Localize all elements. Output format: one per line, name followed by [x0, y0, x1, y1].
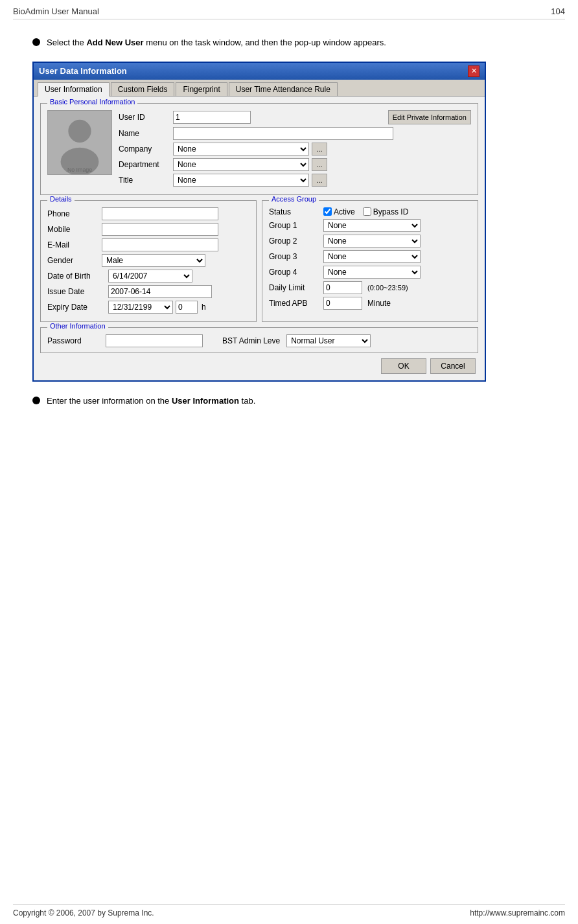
- dialog-close-button[interactable]: ✕: [468, 65, 480, 77]
- other-info-section: Other Information Password BST Admin Lev…: [40, 327, 478, 353]
- userid-input[interactable]: [173, 111, 251, 124]
- active-checkbox-label[interactable]: Active: [323, 207, 355, 216]
- group2-label: Group 2: [269, 237, 321, 246]
- group4-select[interactable]: None: [323, 266, 421, 279]
- daily-limit-row: Daily Limit (0:00~23:59): [269, 281, 471, 294]
- expiry-h-label: h: [202, 303, 206, 312]
- footer-bar: Copyright © 2006, 2007 by Suprema Inc. h…: [13, 904, 565, 918]
- phone-input[interactable]: [102, 207, 218, 220]
- company-row: Company None ...: [119, 143, 471, 156]
- bullet1-bold: Add New User: [86, 38, 143, 47]
- phone-label: Phone: [47, 209, 99, 218]
- bullet-dot-1: [32, 38, 40, 46]
- bst-select[interactable]: Normal User Admin: [286, 334, 371, 347]
- status-label: Status: [269, 207, 321, 216]
- basic-personal-fields: User ID Edit Private Information Name: [119, 110, 471, 189]
- email-row: E-Mail: [47, 238, 249, 251]
- gender-row: Gender Male Female: [47, 254, 249, 267]
- header-page: 104: [551, 6, 565, 16]
- bullet2-after: tab.: [239, 396, 255, 406]
- tab-user-information[interactable]: User Information: [38, 82, 110, 97]
- dob-label: Date of Birth: [47, 271, 106, 281]
- department-label: Department: [119, 160, 170, 169]
- email-input[interactable]: [102, 238, 218, 251]
- group3-select[interactable]: None: [323, 250, 421, 263]
- dob-select[interactable]: 6/14/2007: [108, 270, 192, 283]
- department-browse-button[interactable]: ...: [312, 158, 327, 171]
- ok-button[interactable]: OK: [381, 358, 426, 374]
- timed-apb-input[interactable]: [323, 297, 362, 310]
- department-select[interactable]: None: [173, 158, 309, 171]
- daily-limit-input[interactable]: [323, 281, 362, 294]
- company-label: Company: [119, 144, 170, 154]
- details-label: Details: [47, 195, 75, 203]
- name-input[interactable]: [173, 127, 393, 140]
- footer-url: http://www.supremainc.com: [470, 908, 565, 918]
- bullet-item-1: Select the Add New User menu on the task…: [32, 36, 546, 50]
- tab-fingerprint[interactable]: Fingerprint: [176, 82, 227, 96]
- header-title: BioAdmin User Manual: [13, 6, 99, 16]
- userid-row: User ID Edit Private Information: [119, 110, 471, 124]
- issue-date-row: Issue Date: [47, 285, 249, 298]
- company-browse-button[interactable]: ...: [312, 143, 327, 156]
- other-info-fields: Password BST Admin Leve Normal User Admi…: [47, 334, 471, 347]
- bullet2-before: Enter the user information on the: [47, 396, 172, 406]
- daily-limit-range: (0:00~23:59): [367, 284, 408, 292]
- issue-date-input[interactable]: [108, 285, 212, 298]
- details-section: Details Phone Mobile E-Mail: [40, 200, 257, 322]
- status-row: Status Active Bypass ID: [269, 207, 471, 216]
- access-group-label: Access Group: [269, 195, 319, 203]
- header-bar: BioAdmin User Manual 104: [13, 6, 565, 19]
- basic-personal-section: Basic Personal Information: [40, 103, 478, 195]
- title-select[interactable]: None: [173, 174, 309, 187]
- bypass-label: Bypass ID: [373, 207, 409, 216]
- mobile-input[interactable]: [102, 223, 218, 236]
- department-row: Department None ...: [119, 158, 471, 171]
- mobile-row: Mobile: [47, 223, 249, 236]
- expiry-date-label: Expiry Date: [47, 303, 106, 312]
- group2-row: Group 2 None: [269, 235, 471, 248]
- group1-label: Group 1: [269, 221, 321, 230]
- group2-select[interactable]: None: [323, 235, 421, 248]
- active-checkbox[interactable]: [323, 207, 332, 216]
- title-row: Title None ...: [119, 174, 471, 187]
- bullet-text-1: Select the Add New User menu on the task…: [47, 36, 386, 50]
- expiry-h-input[interactable]: [176, 301, 198, 314]
- dialog-wrapper: User Data Information ✕ User Information…: [32, 62, 546, 382]
- tab-user-time-attendance[interactable]: User Time Attendance Rule: [229, 82, 338, 96]
- bypass-checkbox[interactable]: [363, 207, 371, 216]
- expiry-date-row: Expiry Date 12/31/2199 h: [47, 301, 249, 314]
- gender-select[interactable]: Male Female: [102, 254, 205, 267]
- bullet-dot-2: [32, 397, 40, 404]
- group1-select[interactable]: None: [323, 219, 421, 232]
- group1-row: Group 1 None: [269, 219, 471, 232]
- svg-text:No Image: No Image: [67, 167, 92, 173]
- tab-bar: User Information Custom Fields Fingerpri…: [34, 80, 485, 97]
- active-label: Active: [334, 207, 355, 216]
- issue-date-label: Issue Date: [47, 287, 106, 296]
- bst-label: BST Admin Leve: [222, 336, 280, 345]
- dialog-body: Basic Personal Information: [34, 97, 485, 380]
- name-label: Name: [119, 129, 170, 138]
- cancel-button[interactable]: Cancel: [430, 358, 476, 374]
- password-label: Password: [47, 336, 99, 345]
- group3-row: Group 3 None: [269, 250, 471, 263]
- bullet1-before: Select the: [47, 38, 86, 47]
- title-browse-button[interactable]: ...: [312, 174, 327, 187]
- access-group-section: Access Group Status Active B: [262, 200, 478, 322]
- company-select[interactable]: None: [173, 143, 309, 156]
- timed-apb-label: Timed APB: [269, 299, 321, 308]
- edit-private-button[interactable]: Edit Private Information: [388, 110, 471, 124]
- bullet1-after: menu on the task window, and then the po…: [144, 38, 386, 47]
- dialog: User Data Information ✕ User Information…: [32, 62, 486, 382]
- details-access-group-row: Details Phone Mobile E-Mail: [40, 200, 478, 327]
- expiry-date-select[interactable]: 12/31/2199: [108, 301, 173, 314]
- title-label: Title: [119, 176, 170, 185]
- bullet-item-2: Enter the user information on the User I…: [32, 395, 546, 408]
- tab-custom-fields[interactable]: Custom Fields: [111, 82, 175, 96]
- bypass-checkbox-label[interactable]: Bypass ID: [363, 207, 409, 216]
- group4-label: Group 4: [269, 268, 321, 277]
- password-input[interactable]: [106, 334, 203, 347]
- group3-label: Group 3: [269, 252, 321, 261]
- dob-row: Date of Birth 6/14/2007: [47, 270, 249, 283]
